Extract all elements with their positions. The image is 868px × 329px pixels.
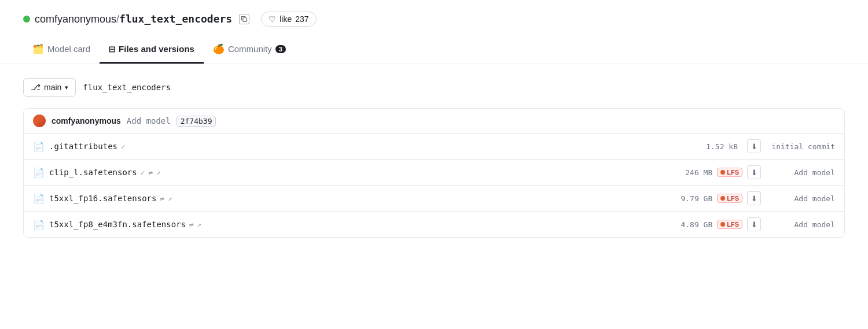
file-icon: 📄 bbox=[33, 193, 45, 204]
external-link-icon[interactable]: ↗ bbox=[156, 168, 160, 176]
community-badge: 3 bbox=[275, 45, 286, 53]
download-button[interactable]: ⬇ bbox=[747, 191, 761, 205]
repo-path-text: flux_text_encoders bbox=[83, 83, 171, 92]
file-commit-msg: initial commit bbox=[766, 142, 835, 151]
avatar bbox=[33, 114, 46, 127]
tab-files-label: Files and versions bbox=[119, 44, 194, 54]
lfs-badge: LFS bbox=[717, 220, 742, 229]
model-card-icon: 🗂️ bbox=[32, 43, 44, 54]
like-button[interactable]: ♡ like 237 bbox=[261, 12, 316, 27]
like-count: 237 bbox=[295, 14, 308, 24]
lfs-dot bbox=[720, 196, 725, 201]
tab-community-label: Community bbox=[228, 44, 272, 54]
lfs-pointer-icon: ⇌ bbox=[149, 168, 153, 177]
file-size: 1.52 kB bbox=[692, 142, 738, 151]
table-row: 📄 t5xxl_fp16.safetensors ⇌ ↗ 9.79 GB LFS… bbox=[24, 186, 844, 212]
tab-community[interactable]: 🍊 Community 3 bbox=[204, 36, 295, 63]
file-name[interactable]: clip_l.safetensors ✓ ⇌ ↗ bbox=[49, 168, 358, 177]
file-icon: 📄 bbox=[33, 167, 45, 178]
tab-files-versions[interactable]: ⊟ Files and versions bbox=[100, 36, 204, 64]
branch-row: ⎇ main ▾ flux_text_encoders bbox=[23, 78, 845, 97]
community-icon: 🍊 bbox=[213, 43, 225, 54]
file-commit-msg: Add model bbox=[766, 168, 835, 177]
repo-path: comfyanonymous/flux_text_encoders bbox=[35, 13, 232, 25]
copy-icon[interactable] bbox=[239, 14, 249, 24]
lfs-badge: LFS bbox=[717, 194, 742, 203]
file-size: 9.79 GB bbox=[666, 194, 712, 203]
file-icon: 📄 bbox=[33, 141, 45, 152]
file-name[interactable]: .gitattributes ✓ bbox=[49, 142, 370, 151]
file-name[interactable]: t5xxl_fp8_e4m3fn.safetensors ⇌ ↗ bbox=[49, 220, 358, 229]
file-size: 4.89 GB bbox=[666, 220, 712, 229]
tab-model-card[interactable]: 🗂️ Model card bbox=[23, 36, 100, 63]
download-button[interactable]: ⬇ bbox=[747, 165, 761, 179]
repo-name[interactable]: flux_text_encoders bbox=[119, 13, 232, 25]
file-table: comfyanonymous Add model 2f74b39 📄 .gita… bbox=[23, 108, 845, 238]
table-row: 📄 t5xxl_fp8_e4m3fn.safetensors ⇌ ↗ 4.89 … bbox=[24, 212, 844, 237]
status-dot bbox=[23, 16, 30, 23]
check-icon: ✓ bbox=[141, 168, 145, 177]
svg-rect-0 bbox=[243, 18, 247, 22]
files-icon: ⊟ bbox=[109, 43, 115, 55]
lfs-pointer-icon: ⇌ bbox=[160, 194, 164, 203]
file-name[interactable]: t5xxl_fp16.safetensors ⇌ ↗ bbox=[49, 194, 358, 203]
tab-model-card-label: Model card bbox=[47, 44, 90, 54]
lfs-badge: LFS bbox=[717, 168, 742, 177]
main-content: ⎇ main ▾ flux_text_encoders comfyanonymo… bbox=[0, 64, 868, 252]
commit-hash[interactable]: 2f74b39 bbox=[176, 116, 216, 127]
heart-icon: ♡ bbox=[269, 14, 276, 24]
table-row: 📄 clip_l.safetensors ✓ ⇌ ↗ 246 MB LFS ⬇ … bbox=[24, 160, 844, 186]
branch-icon: ⎇ bbox=[31, 82, 41, 93]
download-button[interactable]: ⬇ bbox=[747, 217, 761, 231]
check-icon: ✓ bbox=[121, 142, 126, 151]
repo-owner[interactable]: comfyanonymous bbox=[35, 13, 116, 25]
page-header: comfyanonymous/flux_text_encoders ♡ like… bbox=[0, 0, 868, 27]
lfs-pointer-icon: ⇌ bbox=[189, 220, 194, 229]
file-commit-msg: Add model bbox=[766, 194, 835, 203]
external-link-icon[interactable]: ↗ bbox=[168, 194, 172, 202]
branch-selector[interactable]: ⎇ main ▾ bbox=[23, 78, 76, 97]
tab-bar: 🗂️ Model card ⊟ Files and versions 🍊 Com… bbox=[0, 36, 868, 64]
commit-message: Add model bbox=[127, 116, 171, 125]
file-commit-msg: Add model bbox=[766, 220, 835, 229]
chevron-down-icon: ▾ bbox=[65, 84, 68, 91]
external-link-icon[interactable]: ↗ bbox=[197, 220, 201, 228]
file-icon: 📄 bbox=[33, 219, 45, 230]
commit-user[interactable]: comfyanonymous bbox=[52, 116, 121, 125]
commit-row: comfyanonymous Add model 2f74b39 bbox=[24, 109, 844, 134]
table-row: 📄 .gitattributes ✓ 1.52 kB ⬇ initial com… bbox=[24, 134, 844, 160]
file-size: 246 MB bbox=[666, 168, 712, 177]
like-label: like bbox=[279, 14, 292, 24]
lfs-dot bbox=[720, 222, 725, 227]
download-button[interactable]: ⬇ bbox=[747, 139, 761, 153]
branch-name: main bbox=[44, 83, 61, 92]
lfs-dot bbox=[720, 170, 725, 175]
